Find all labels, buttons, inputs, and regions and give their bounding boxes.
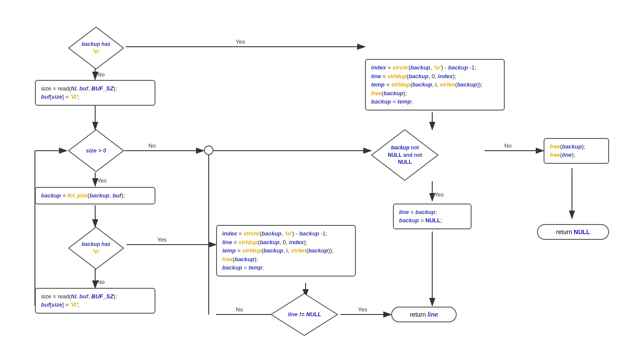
flowchart-diagram: Yes No Yes No Yes No No Yes	[0, 0, 644, 356]
return-line-node: return line	[391, 304, 457, 325]
diamond-backup-has-newline-1: backup has '\n'	[68, 26, 124, 70]
box-free: free(backup); free(line);	[544, 135, 609, 166]
svg-text:No: No	[148, 142, 156, 149]
svg-text:No: No	[97, 279, 105, 285]
box-fct-join: backup = fct_join(backup, buf);	[35, 186, 155, 205]
circle-junction	[204, 145, 214, 155]
return-null-node: return NULL	[537, 218, 609, 246]
box-read-2: size = read(fd, buf, BUF_SZ); buf[size] …	[35, 287, 155, 314]
svg-text:Yes: Yes	[157, 236, 167, 243]
svg-text:No: No	[504, 142, 512, 149]
svg-text:Yes: Yes	[236, 38, 245, 45]
svg-text:Yes: Yes	[358, 306, 368, 313]
svg-text:No: No	[97, 71, 105, 78]
diamond-size-gt-0: size > 0	[68, 129, 124, 173]
diamond-line-not-null: line != NULL	[271, 293, 338, 336]
diamond-backup-has-newline-2: backup has '\n'	[68, 226, 124, 270]
svg-text:Yes: Yes	[434, 191, 444, 198]
box-strchr-top: index = strchr(backup, '\n') - backup -1…	[365, 57, 505, 113]
diamond-backup-not-null: backup not NULL and not NULL	[371, 129, 439, 181]
box-line-backup: line = backup; backup = NULL;	[393, 201, 472, 232]
svg-text:No: No	[236, 306, 243, 313]
svg-text:Yes: Yes	[97, 177, 107, 184]
box-read-1: size = read(fd, buf, BUF_SZ); buf[size] …	[35, 79, 155, 106]
box-strchr-mid: index = strchr(backup, '\n') - backup -1…	[216, 218, 356, 283]
